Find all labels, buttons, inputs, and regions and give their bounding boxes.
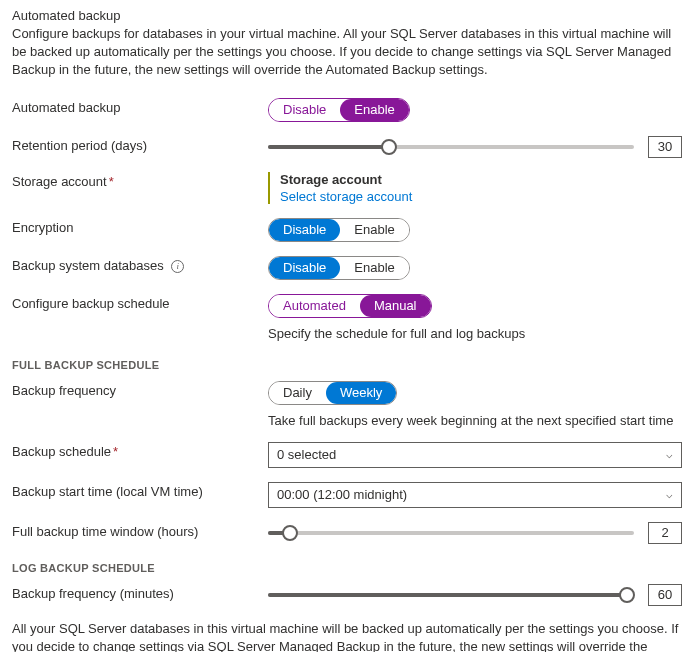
backup-start-time-label: Backup start time (local VM time) <box>12 482 268 499</box>
backup-frequency-label: Backup frequency <box>12 381 268 398</box>
encryption-label: Encryption <box>12 218 268 235</box>
automated-backup-label: Automated backup <box>12 98 268 115</box>
info-icon[interactable]: i <box>171 260 184 273</box>
configure-schedule-manual[interactable]: Manual <box>360 295 431 317</box>
backup-frequency-toggle[interactable]: Daily Weekly <box>268 381 397 405</box>
log-frequency-label: Backup frequency (minutes) <box>12 584 268 601</box>
retention-label: Retention period (days) <box>12 136 268 153</box>
backup-frequency-hint: Take full backups every week beginning a… <box>268 413 673 428</box>
backup-frequency-weekly[interactable]: Weekly <box>326 382 396 404</box>
log-frequency-slider[interactable] <box>268 593 634 597</box>
backup-system-db-toggle[interactable]: Disable Enable <box>268 256 410 280</box>
full-window-label: Full backup time window (hours) <box>12 522 268 539</box>
backup-system-db-label: Backup system databases i <box>12 256 268 273</box>
chevron-down-icon: ⌵ <box>666 488 673 501</box>
backup-system-db-disable[interactable]: Disable <box>269 257 340 279</box>
page-description: Configure backups for databases in your … <box>12 25 682 80</box>
configure-schedule-automated[interactable]: Automated <box>269 295 360 317</box>
full-window-value[interactable]: 2 <box>648 522 682 544</box>
select-storage-account-link[interactable]: Select storage account <box>280 189 412 204</box>
backup-start-time-value: 00:00 (12:00 midnight) <box>277 487 407 502</box>
configure-schedule-toggle[interactable]: Automated Manual <box>268 294 432 318</box>
configure-schedule-hint: Specify the schedule for full and log ba… <box>268 326 525 341</box>
retention-slider-thumb[interactable] <box>381 139 397 155</box>
retention-value[interactable]: 30 <box>648 136 682 158</box>
encryption-toggle[interactable]: Disable Enable <box>268 218 410 242</box>
full-backup-section-header: FULL BACKUP SCHEDULE <box>12 359 682 371</box>
page-title: Automated backup <box>12 8 682 23</box>
encryption-disable[interactable]: Disable <box>269 219 340 241</box>
automated-backup-disable[interactable]: Disable <box>269 99 340 121</box>
full-window-slider[interactable] <box>268 531 634 535</box>
required-asterisk: * <box>109 174 114 189</box>
backup-schedule-value: 0 selected <box>277 447 336 462</box>
automated-backup-enable[interactable]: Enable <box>340 99 408 121</box>
chevron-down-icon: ⌵ <box>666 448 673 461</box>
log-frequency-value[interactable]: 60 <box>648 584 682 606</box>
backup-schedule-label: Backup schedule* <box>12 442 268 459</box>
backup-system-db-enable[interactable]: Enable <box>340 257 408 279</box>
storage-account-label: Storage account* <box>12 172 268 189</box>
backup-start-time-select[interactable]: 00:00 (12:00 midnight) ⌵ <box>268 482 682 508</box>
full-window-slider-thumb[interactable] <box>282 525 298 541</box>
configure-schedule-label: Configure backup schedule <box>12 294 268 311</box>
log-backup-section-header: LOG BACKUP SCHEDULE <box>12 562 682 574</box>
backup-schedule-select[interactable]: 0 selected ⌵ <box>268 442 682 468</box>
backup-frequency-daily[interactable]: Daily <box>269 382 326 404</box>
retention-slider[interactable] <box>268 145 634 149</box>
encryption-enable[interactable]: Enable <box>340 219 408 241</box>
log-frequency-slider-thumb[interactable] <box>619 587 635 603</box>
automated-backup-toggle[interactable]: Disable Enable <box>268 98 410 122</box>
footer-text: All your SQL Server databases in this vi… <box>12 620 682 652</box>
storage-account-heading: Storage account <box>280 172 412 187</box>
required-asterisk: * <box>113 444 118 459</box>
